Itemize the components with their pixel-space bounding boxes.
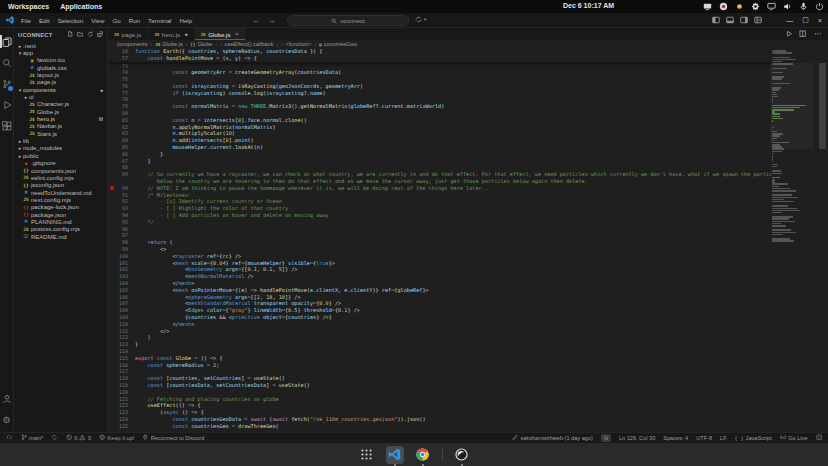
code-line[interactable]: 101 <mesh scale={0.04} ref={mouseHelper}…	[108, 260, 772, 267]
power-icon[interactable]	[815, 2, 824, 11]
code-line[interactable]: 124 const countriesGeoData = await (awai…	[108, 416, 772, 423]
code-line[interactable]: 112 )	[108, 334, 772, 341]
code-line[interactable]: 91 /* Milestones:	[108, 192, 772, 199]
workspaces-menu[interactable]: Workspaces	[8, 3, 49, 10]
line-number[interactable]: 121	[108, 396, 135, 403]
code-line[interactable]: 77 if (israycasting) console.log(israyca…	[108, 90, 772, 97]
microphone-icon[interactable]	[799, 2, 808, 11]
line-number[interactable]: 18	[108, 48, 135, 55]
line-number[interactable]: 89	[108, 171, 135, 178]
notification-dot-icon[interactable]	[735, 2, 744, 11]
status-git-blame[interactable]: sakshamwithweb (1 day ago)	[512, 434, 593, 442]
code-line[interactable]: 117	[108, 368, 772, 375]
code-line[interactable]: 114	[108, 348, 772, 355]
vertical-scrollbar[interactable]	[819, 63, 826, 149]
line-number[interactable]: 100	[108, 253, 135, 260]
line-number[interactable]: 93	[108, 205, 135, 212]
line-number[interactable]: 83	[108, 130, 135, 137]
code-line[interactable]: 99 <>	[108, 246, 772, 253]
file-PLANNING.md[interactable]: MPLANNING.md	[14, 218, 107, 225]
breadcrumb-item[interactable]: components	[117, 41, 147, 47]
tab-page.js[interactable]: JSpage.js	[108, 28, 148, 40]
record-icon[interactable]	[719, 2, 728, 11]
line-number[interactable]: 102	[108, 266, 135, 273]
code-line[interactable]: below the country we are hovering to the…	[108, 178, 772, 185]
line-number[interactable]: 78	[108, 96, 135, 103]
line-number[interactable]: 106	[108, 294, 135, 301]
code-line[interactable]: 105 <mesh onPointerMove={(e) => handlePo…	[108, 287, 772, 294]
status-cursor-position[interactable]: Ln 126, Col 30	[619, 435, 655, 441]
toggle-primary-sidebar-icon[interactable]	[712, 16, 720, 25]
new-folder-icon[interactable]	[77, 31, 84, 39]
line-number[interactable]: 124	[108, 416, 135, 423]
line-number[interactable]: 113	[108, 341, 135, 348]
folder-ui[interactable]: ▸ui	[14, 93, 107, 100]
line-number[interactable]: 117	[108, 368, 135, 375]
status-discord[interactable]: Reconnect to Discord	[142, 434, 204, 442]
collapse-all-icon[interactable]	[97, 31, 104, 39]
line-number[interactable]: 107	[108, 300, 135, 307]
file-Navbar.js[interactable]: JSNavbar.js	[14, 123, 107, 130]
activity-run-debug[interactable]	[0, 94, 13, 115]
dock-chrome[interactable]	[414, 446, 432, 464]
sticky-scroll[interactable]: 18function Earth({ countries, sphereRadi…	[108, 48, 772, 62]
code-line[interactable]: 100 <raycaster ref={rc} />	[108, 253, 772, 260]
menu-edit[interactable]: Edit	[39, 17, 50, 24]
line-number[interactable]: 74	[108, 69, 135, 76]
code-line[interactable]: 95 */	[108, 219, 772, 226]
line-number[interactable]: 88	[108, 164, 135, 171]
code-line[interactable]: 87 }	[108, 158, 772, 165]
toggle-panel-icon[interactable]	[726, 16, 734, 25]
code-line[interactable]: 82 n.applyNormalMatrix(normalMatrix)	[108, 124, 772, 131]
folder-app[interactable]: ▾app	[14, 49, 107, 56]
line-number[interactable]: 122	[108, 402, 135, 409]
refresh-icon[interactable]	[87, 31, 94, 39]
status-encoding[interactable]: UTF-8	[696, 435, 712, 441]
file-favicon.ico[interactable]: ▣favicon.ico	[14, 57, 107, 64]
tab-Globe.js[interactable]: JSGlobe.js×	[195, 28, 246, 40]
code-line[interactable]: 89 // So currently we have a raycaster, …	[108, 171, 772, 178]
line-number[interactable]: 104	[108, 280, 135, 287]
code-line[interactable]: 81 const n = intersects[0].face.normal.c…	[108, 117, 772, 124]
code-lines[interactable]: 7374 const geometryArr = createGeometryA…	[108, 63, 772, 433]
code-line[interactable]: 122 useEffect(() => {	[108, 402, 772, 409]
code-line[interactable]: 102 <boxGeometry args={[0.1, 0.1, 5]} />	[108, 266, 772, 273]
minimize-button[interactable]: —	[786, 17, 793, 24]
line-number[interactable]: 118	[108, 375, 135, 382]
status-remote[interactable]	[6, 434, 13, 442]
code-line[interactable]: 74 const geometryArr = createGeometryArr…	[108, 69, 772, 76]
line-number[interactable]: 111	[108, 328, 135, 335]
code-line[interactable]: 120	[108, 389, 772, 396]
file-postcss.config.mjs[interactable]: JSpostcss.config.mjs	[14, 226, 107, 233]
file-package.json[interactable]: {}package.json	[14, 211, 107, 218]
line-number[interactable]: 95	[108, 219, 135, 226]
breadcrumb-item[interactable]: ◦<function>	[281, 41, 312, 47]
line-number[interactable]: 105	[108, 287, 135, 294]
menu-terminal[interactable]: Terminal	[148, 17, 171, 24]
file-Globe.js[interactable]: JSGlobe.js	[14, 108, 107, 115]
code-line[interactable]: 116 const sphereRadius = 2;	[108, 362, 772, 369]
code-line[interactable]: 80	[108, 110, 772, 117]
line-number[interactable]: 101	[108, 260, 135, 267]
activity-source-control[interactable]	[0, 73, 13, 94]
code-line[interactable]: 76 const israycasting = isRayCasting(geo…	[108, 83, 772, 90]
line-number[interactable]: 96	[108, 226, 135, 233]
line-number[interactable]: 90	[108, 185, 135, 192]
code-line[interactable]: 83 n.multiplyScalar(10)	[108, 130, 772, 137]
customize-layout-icon[interactable]	[754, 16, 762, 25]
line-number[interactable]: 115	[108, 355, 135, 362]
code-line[interactable]: 98 return (	[108, 239, 772, 246]
code-line[interactable]: 94 - [ ] Add particles on hover and dele…	[108, 212, 772, 219]
close-button[interactable]: ×	[818, 17, 822, 24]
line-number[interactable]: 79	[108, 103, 135, 110]
line-number[interactable]: 109	[108, 314, 135, 321]
breadcrumb-item[interactable]: ◦useEffect() callback	[220, 41, 273, 47]
line-number[interactable]: 76	[108, 83, 135, 90]
line-number[interactable]: 123	[108, 409, 135, 416]
status-keep-it-up[interactable]: Keep it up!	[99, 434, 134, 442]
code-line[interactable]: 93 - [ ] Highlight the color of that cou…	[108, 205, 772, 212]
menu-help[interactable]: Help	[179, 17, 192, 24]
code-line[interactable]: 103 <meshNormalMaterial />	[108, 273, 772, 280]
line-number[interactable]: 82	[108, 124, 135, 131]
line-number[interactable]: 98	[108, 239, 135, 246]
